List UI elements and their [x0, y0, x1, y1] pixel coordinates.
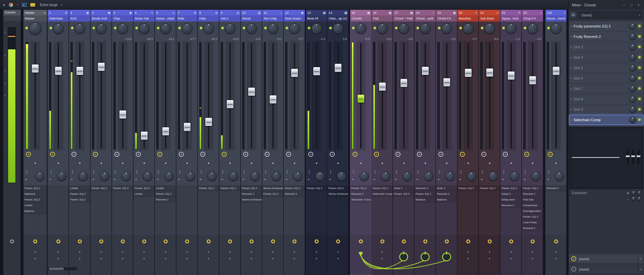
track-number-row[interactable]: 12◉ [284, 10, 305, 15]
close-button[interactable]: × [636, 3, 641, 7]
send-arrow-top[interactable]: ▲ [186, 250, 189, 254]
fx-slot-name[interactable]: Param. EQ 2 [350, 185, 371, 191]
fader-area[interactable] [198, 41, 219, 150]
fader-handle[interactable] [422, 66, 429, 75]
eq-band-fader-1[interactable] [627, 149, 629, 165]
play-icon[interactable]: ▸ [3, 3, 5, 7]
fx-slot-name[interactable]: Param. EQ 2 [327, 185, 348, 191]
fx-slot-9[interactable]: ▸Slot 9 [569, 104, 643, 114]
fx-slot-name[interactable]: Param. EQ 2 [23, 185, 47, 191]
send-arrow-bottom[interactable]: ▲ [100, 257, 103, 260]
fader-handle[interactable] [205, 118, 212, 126]
track-name[interactable]: Kick [69, 15, 90, 21]
stereo-sep-knob[interactable] [531, 172, 541, 181]
track-name[interactable]: Noise Hat [133, 15, 155, 21]
slot-enable-led[interactable] [638, 66, 641, 69]
eq-reset-icon[interactable]: ⊕ [626, 191, 630, 195]
mixer-track-12[interactable]: 12◉Beat Snare-0.7▲▼◂▸Param. EQ 2Reeverb … [284, 10, 305, 275]
track-number-row[interactable]: 13▦ [306, 10, 327, 15]
audio-output-plug-icon[interactable] [142, 239, 146, 243]
track-name[interactable]: Pad [372, 15, 393, 21]
stereo-sep-knob[interactable] [445, 172, 455, 181]
slot-mix-knob[interactable] [629, 85, 636, 92]
slot-mix-knob[interactable] [629, 106, 636, 113]
stereo-sep-knob[interactable] [35, 172, 45, 181]
pan-knob[interactable] [160, 23, 171, 34]
audio-output-plug-icon[interactable] [509, 239, 513, 243]
fx-slot-name[interactable]: Param. EQ 2 [23, 197, 47, 202]
audio-output-plug-icon[interactable] [292, 239, 297, 243]
send-arrow-bottom[interactable]: ▲ [381, 257, 384, 260]
slot-mix-knob[interactable] [629, 117, 636, 123]
stereo-sep-knob[interactable] [207, 172, 217, 181]
fx-slot-name[interactable]: Fast Dist [522, 197, 543, 202]
mixer-track-13[interactable]: 13▦Beat All-0.2▲▼◂▸Param. EQ 2▲▲ [306, 10, 327, 275]
send-arrow-top[interactable]: ▲ [207, 250, 210, 254]
fader-handle[interactable] [379, 82, 386, 91]
paint-tool-icon[interactable] [9, 3, 13, 7]
mute-clock-icon[interactable] [114, 152, 119, 157]
panel-titlebar[interactable]: Mixer - Chords − □ × [569, 0, 644, 10]
send-arrow-bottom[interactable]: ▲ [121, 257, 124, 260]
track-name[interactable]: Chop FX [522, 15, 543, 21]
send-arrow-top[interactable]: ▲ [402, 250, 405, 254]
fx-slot-name[interactable]: Maximus [23, 191, 47, 197]
track-number-row[interactable]: 5∿ [133, 10, 155, 15]
audio-output-plug-icon[interactable] [336, 239, 340, 243]
stereo-sep-knob[interactable] [510, 172, 519, 181]
stereo-sep-knob[interactable] [143, 172, 152, 181]
mixer-track-10[interactable]: 10▤Wood-6.6▲▼◂▸Param. EQ 2Reeverb 2Stere… [241, 10, 262, 275]
fader-handle[interactable] [400, 79, 408, 87]
fader-handle[interactable] [507, 71, 515, 80]
track-name[interactable]: Chord...verb [415, 15, 436, 21]
track-number-row[interactable]: 14▦ [327, 10, 348, 15]
fx-slot-name[interactable]: Sidechain Comp [372, 191, 393, 197]
fx-slot-name[interactable]: Param. EQ 2 [415, 191, 436, 197]
pan-knob[interactable] [96, 23, 107, 34]
pan-knob[interactable] [268, 23, 278, 34]
pan-knob[interactable] [53, 23, 64, 34]
fader-area[interactable] [112, 41, 133, 150]
slot-mix-knob[interactable] [629, 75, 636, 82]
record-arm-dot[interactable] [489, 163, 490, 164]
send-arrow-bottom[interactable]: ▲ [78, 257, 81, 260]
fx-slot-4[interactable]: ▸Slot 4 [569, 52, 643, 62]
pan-knob[interactable] [551, 23, 561, 34]
mixer-track-20[interactable]: 20∿Bassline-0.7▲▼◂▸Param. EQ 2▲▲ [458, 10, 479, 275]
audio-output-row-2[interactable]: (none) ▸ [569, 265, 643, 274]
mixer-track-11[interactable]: 11↔Rev Clap-9.1▲▼◂▸Stereo EnhancerParam.… [262, 10, 283, 275]
fader-area[interactable] [91, 41, 112, 150]
fader-handle[interactable] [183, 123, 191, 131]
record-arm-dot[interactable] [165, 163, 166, 164]
record-arm-dot[interactable] [186, 163, 188, 164]
pan-knob[interactable] [527, 23, 538, 34]
slot-enable-led[interactable] [638, 77, 641, 79]
eq-width-knob[interactable] [637, 191, 641, 195]
fader-area[interactable] [372, 41, 393, 150]
fader-handle[interactable] [248, 87, 255, 96]
record-arm-dot[interactable] [58, 163, 59, 164]
slot-enable-led[interactable] [638, 119, 641, 121]
image-tool-icon[interactable] [22, 3, 27, 7]
fx-slot-name[interactable]: Soundgoodizer [522, 208, 543, 214]
pan-knob[interactable] [333, 23, 343, 34]
track-name[interactable]: Noise...mbal [155, 15, 176, 21]
fx-slot-name[interactable]: Compressor [522, 202, 543, 208]
stereo-sep-knob[interactable] [186, 172, 195, 181]
fader-handle[interactable] [334, 63, 342, 72]
send-arrow-top[interactable]: ▲ [510, 250, 513, 254]
pan-knob[interactable] [420, 23, 431, 34]
fx-slot-name[interactable]: Balance [23, 208, 47, 214]
fx-slot-name[interactable]: Balance [415, 197, 436, 202]
eq-swap-icon[interactable]: ↔ [626, 197, 630, 200]
audio-output-plug-icon[interactable] [359, 239, 363, 243]
pan-knob[interactable] [377, 23, 388, 34]
send-arrow-top[interactable]: ▲ [78, 250, 81, 254]
send-arrow-bottom[interactable]: ▲ [143, 257, 146, 260]
audio-output-plug-icon[interactable] [207, 239, 211, 243]
mute-clock-icon[interactable] [548, 152, 553, 157]
mixer-track-4[interactable]: 4◉Clap-13.8▲▼◂▸Param. EQ 2▲▲ [112, 10, 133, 275]
audio-output-plug-icon[interactable] [380, 239, 384, 243]
fader-area[interactable] [306, 41, 327, 150]
fx-slot-name[interactable]: Param. EQ 2 [372, 185, 393, 191]
